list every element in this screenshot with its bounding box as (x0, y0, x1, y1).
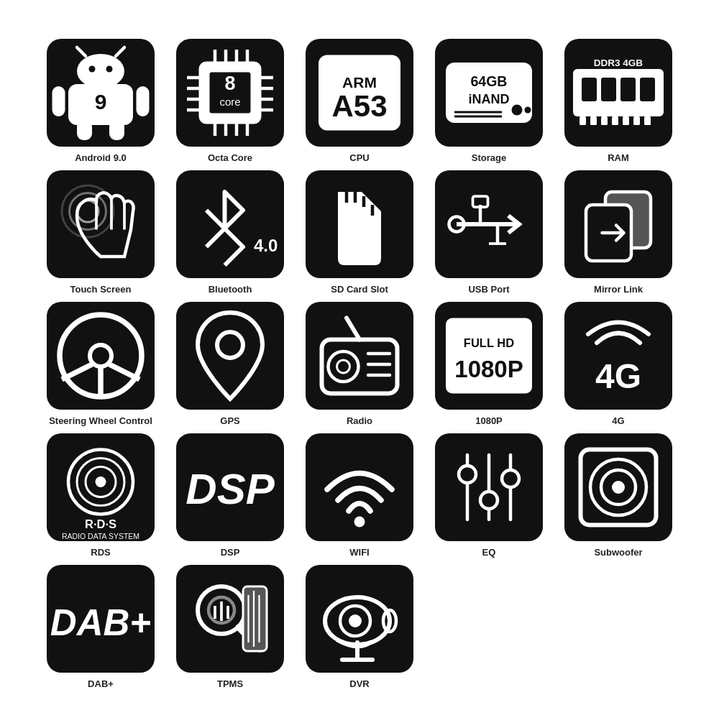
feature-android: 9 Android 9.0 (43, 39, 158, 163)
sd-label: SD Card Slot (331, 284, 388, 295)
svg-line-82 (347, 318, 360, 340)
wifi-icon-box (306, 433, 413, 541)
svg-point-2 (89, 66, 96, 73)
svg-text:DDR3  4GB: DDR3 4GB (594, 57, 644, 68)
subwoofer-label: Subwoofer (594, 547, 642, 558)
cpu-icon-box: ARM A53 (306, 39, 413, 147)
feature-hd: FULL HD 1080P 1080P (431, 302, 546, 426)
svg-rect-117 (243, 586, 267, 651)
4g-icon-box: 4G (564, 302, 672, 410)
steering-label: Steering Wheel Control (49, 415, 152, 426)
svg-text:FULL HD: FULL HD (464, 336, 514, 349)
hd-icon-box: FULL HD 1080P (435, 302, 543, 410)
dvr-label: DVR (349, 678, 369, 689)
eq-label: EQ (482, 547, 496, 558)
eq-icon-box (435, 433, 543, 541)
dsp-label: DSP (221, 547, 240, 558)
feature-radio: Radio (302, 302, 417, 426)
feature-4g: 4G 4G (561, 302, 676, 426)
svg-point-123 (349, 614, 362, 627)
svg-rect-46 (580, 116, 586, 125)
svg-rect-6 (52, 86, 65, 116)
bluetooth-icon-box: 4.0 (176, 170, 284, 278)
feature-touch: Touch Screen (43, 170, 158, 295)
radio-icon-box (306, 302, 413, 410)
feature-wifi: WIFI (302, 433, 417, 558)
svg-text:RADIO DATA SYSTEM: RADIO DATA SYSTEM (62, 532, 139, 540)
steering-icon-box (47, 302, 155, 410)
mirror-icon-box (564, 170, 672, 278)
svg-point-95 (96, 476, 106, 487)
svg-point-103 (480, 492, 498, 509)
feature-sd: SD Card Slot (302, 170, 417, 295)
octa-label: Octa Core (208, 152, 252, 163)
hd-label: 1080P (475, 415, 503, 426)
svg-text:R·D·S: R·D·S (85, 517, 116, 530)
feature-bluetooth: 4.0 Bluetooth (173, 170, 288, 295)
svg-point-84 (337, 360, 350, 373)
gps-label: GPS (220, 415, 239, 426)
svg-line-78 (62, 364, 92, 379)
storage-icon-box: 64GB iNAND (435, 39, 543, 147)
android-label: Android 9.0 (75, 152, 127, 163)
touch-icon-box (47, 170, 155, 278)
feature-tpms: TPMS (173, 565, 288, 689)
svg-text:A53: A53 (331, 89, 387, 123)
features-grid: 9 Android 9.0 8 core (22, 17, 697, 711)
wifi-label: WIFI (349, 547, 369, 558)
svg-text:4G: 4G (595, 357, 641, 395)
octa-icon-box: 8 core (176, 39, 284, 147)
feature-steering: Steering Wheel Control (43, 302, 158, 426)
svg-text:DSP: DSP (186, 465, 275, 513)
svg-text:iNAND: iNAND (469, 92, 510, 106)
svg-rect-42 (582, 78, 597, 101)
feature-dvr: DVR (302, 565, 417, 689)
svg-line-5 (116, 47, 124, 56)
svg-text:ARM: ARM (342, 74, 377, 91)
svg-text:1080P: 1080P (454, 356, 523, 382)
storage-label: Storage (472, 152, 506, 163)
svg-point-40 (525, 107, 531, 114)
ram-icon-box: DDR3 4GB (564, 39, 672, 147)
svg-rect-49 (612, 116, 618, 125)
rds-icon-box: R·D·S RADIO DATA SYSTEM (47, 433, 155, 541)
android-icon-box: 9 (47, 39, 155, 147)
svg-rect-8 (77, 121, 92, 140)
svg-point-101 (459, 466, 476, 483)
feature-cpu: ARM A53 CPU (302, 39, 417, 163)
rds-label: RDS (91, 547, 110, 558)
svg-point-1 (77, 54, 124, 88)
svg-line-61 (206, 229, 225, 247)
tpms-label: TPMS (217, 678, 243, 689)
svg-point-99 (354, 517, 365, 527)
svg-line-60 (206, 211, 225, 229)
svg-text:9: 9 (95, 90, 107, 114)
feature-dsp: DSP DSP (173, 433, 288, 558)
svg-rect-45 (640, 78, 655, 101)
svg-line-4 (77, 47, 86, 56)
bluetooth-label: Bluetooth (209, 284, 252, 295)
svg-point-76 (90, 345, 111, 367)
tpms-icon-box (176, 565, 284, 673)
radio-label: Radio (347, 415, 372, 426)
svg-point-3 (106, 66, 113, 73)
svg-point-105 (502, 470, 519, 487)
svg-text:core: core (219, 96, 240, 108)
svg-text:DAB+: DAB+ (50, 602, 151, 643)
svg-rect-44 (620, 78, 636, 101)
dsp-icon-box: DSP (176, 433, 284, 541)
dab-label: DAB+ (88, 678, 114, 689)
ram-label: RAM (608, 152, 629, 163)
feature-ram: DDR3 4GB RAM (561, 39, 676, 163)
touch-label: Touch Screen (70, 284, 131, 295)
svg-rect-47 (590, 116, 597, 125)
feature-octa: 8 core (173, 39, 288, 163)
svg-rect-9 (109, 121, 124, 140)
svg-point-39 (512, 105, 523, 116)
feature-eq: EQ (431, 433, 546, 558)
svg-text:64GB: 64GB (471, 73, 508, 89)
feature-gps: GPS (173, 302, 288, 426)
feature-storage: 64GB iNAND Storage (431, 39, 546, 163)
svg-point-83 (329, 351, 359, 382)
svg-text:8: 8 (224, 73, 235, 94)
